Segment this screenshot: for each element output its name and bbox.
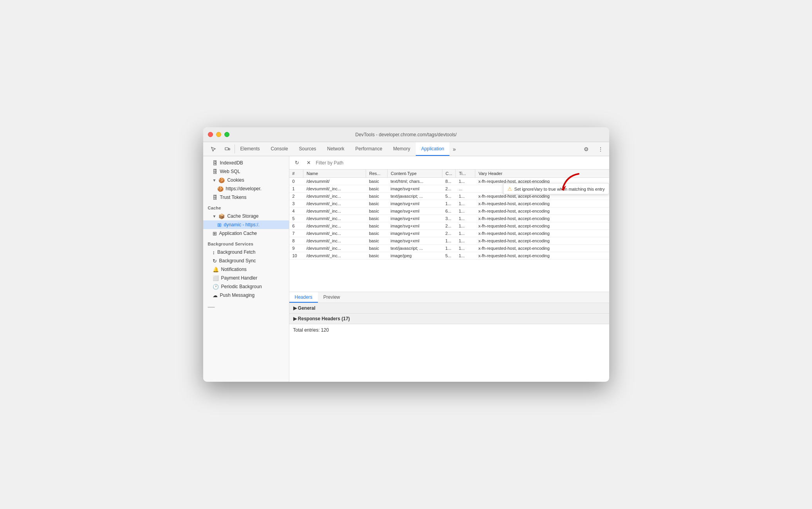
- table-cell: 1...: [456, 200, 475, 208]
- payment-handler-icon: ⬜: [213, 275, 219, 281]
- sidebar-item-trust-tokens[interactable]: 🗄 Trust Tokens: [203, 193, 289, 202]
- table-cell: 8: [289, 237, 303, 245]
- table-row[interactable]: 6/devsummit/_inc...basicimage/svg+xml2..…: [289, 222, 609, 230]
- table-row[interactable]: 7/devsummit/_inc...basicimage/svg+xml2..…: [289, 230, 609, 237]
- bg-section-label: Background Services: [203, 238, 289, 248]
- tab-headers[interactable]: Headers: [289, 292, 318, 303]
- general-section[interactable]: ▶ General: [289, 303, 609, 314]
- tab-preview[interactable]: Preview: [318, 292, 346, 303]
- expand-arrow-cache: ▼: [213, 214, 217, 218]
- bottom-tabs: Headers Preview: [289, 292, 609, 303]
- refresh-button[interactable]: ↻: [292, 158, 302, 168]
- minimize-button[interactable]: [216, 132, 221, 137]
- table-cell: /devsummit/_inc...: [303, 252, 366, 260]
- sidebar-item-notifications[interactable]: 🔔 Notifications: [203, 265, 289, 274]
- table-cell: 2...: [442, 222, 456, 230]
- table-cell: 1...: [456, 230, 475, 237]
- table-cell: /devsummit/_inc...: [303, 185, 366, 193]
- more-options-button[interactable]: ⋮: [595, 144, 606, 155]
- tab-application[interactable]: Application: [416, 142, 450, 156]
- sidebar-item-bg-sync[interactable]: ↻ Background Sync: [203, 256, 289, 265]
- table-cell: basic: [366, 185, 388, 193]
- table-cell: basic: [366, 245, 388, 252]
- titlebar: DevTools - developer.chrome.com/tags/dev…: [203, 127, 609, 142]
- tab-performance[interactable]: Performance: [350, 142, 388, 156]
- table-cell: 1...: [456, 215, 475, 222]
- table-cell: 1...: [442, 245, 456, 252]
- table-cell: ...: [456, 185, 475, 193]
- response-headers-section[interactable]: ▶ Response Headers (17): [289, 314, 609, 324]
- table-cell: basic: [366, 215, 388, 222]
- cache-storage-icon: 📦: [218, 213, 225, 219]
- table-cell: basic: [366, 178, 388, 185]
- sidebar-item-push-messaging[interactable]: ☁ Push Messaging: [203, 291, 289, 300]
- sidebar-item-dynamic[interactable]: ⊞ dynamic - https:/.: [203, 220, 289, 229]
- periodic-bg-icon: 🕐: [213, 284, 219, 290]
- table-cell: basic: [366, 230, 388, 237]
- app-cache-icon: ⊞: [213, 231, 217, 236]
- clear-button[interactable]: ✕: [304, 158, 314, 168]
- cursor-tool-button[interactable]: [206, 142, 220, 156]
- table-cell: image/svg+xml: [388, 237, 442, 245]
- sidebar-item-cookies-https[interactable]: 🍪 https://developer.: [203, 184, 289, 193]
- total-entries: Total entries: 120: [289, 324, 609, 336]
- col-res: Res...: [366, 170, 388, 178]
- sidebar-item-websql[interactable]: 🗄 Web SQL: [203, 167, 289, 176]
- table-row[interactable]: 1/devsummit/_inc...basicimage/svg+xml2..…: [289, 185, 609, 193]
- table-row[interactable]: 9/devsummit/_inc...basictext/javascript;…: [289, 245, 609, 252]
- sidebar-item-payment-handler[interactable]: ⬜ Payment Handler: [203, 274, 289, 282]
- tab-network[interactable]: Network: [322, 142, 350, 156]
- cookies-icon: 🍪: [218, 177, 225, 183]
- tab-elements[interactable]: Elements: [235, 142, 265, 156]
- close-button[interactable]: [208, 132, 213, 137]
- table-cell: /devsummit/_inc...: [303, 200, 366, 208]
- cookie-icon-https: 🍪: [217, 186, 224, 192]
- table-row[interactable]: 10/devsummit/_inc...basicimage/jpeg5...1…: [289, 252, 609, 260]
- table-cell: ⚠Set ignoreVary to true when matching th…: [475, 185, 609, 193]
- sidebar-item-cache-storage[interactable]: ▼ 📦 Cache Storage: [203, 212, 289, 220]
- table-cell: x-fh-requested-host, accept-encoding: [475, 222, 609, 230]
- table-cell: 10: [289, 252, 303, 260]
- tab-console[interactable]: Console: [265, 142, 294, 156]
- table-row[interactable]: 3/devsummit/_inc...basicimage/svg+xml1..…: [289, 200, 609, 208]
- col-ti: Ti...: [456, 170, 475, 178]
- bg-fetch-icon: ↕: [213, 249, 215, 255]
- cache-table: # Name Res... Content-Type C... Ti... Va…: [289, 170, 609, 260]
- table-cell: 5...: [442, 252, 456, 260]
- table-cell: x-fh-requested-host, accept-encoding: [475, 200, 609, 208]
- window-title: DevTools - developer.chrome.com/tags/dev…: [355, 132, 457, 137]
- table-row[interactable]: 4/devsummit/_inc...basicimage/svg+xml6..…: [289, 208, 609, 215]
- database-icon: 🗄: [213, 160, 218, 166]
- main-content: 🗄 IndexedDB 🗄 Web SQL ▼ 🍪 Cookies 🍪 http…: [203, 156, 609, 382]
- more-tabs-button[interactable]: »: [449, 142, 459, 156]
- settings-button[interactable]: ⚙: [581, 144, 592, 155]
- table-cell: 7: [289, 230, 303, 237]
- table-cell: text/html; chars...: [388, 178, 442, 185]
- table-row[interactable]: 8/devsummit/_inc...basicimage/svg+xml1..…: [289, 237, 609, 245]
- table-cell: 1...: [456, 237, 475, 245]
- table-cell: 1...: [442, 200, 456, 208]
- expand-arrow-cookies: ▼: [213, 178, 217, 182]
- table-cell: x-fh-requested-host, accept-encoding: [475, 245, 609, 252]
- notifications-icon: 🔔: [213, 267, 219, 273]
- table-cell: x-fh-requested-host, accept-encoding: [475, 230, 609, 237]
- sidebar-collapse-button[interactable]: —: [208, 303, 284, 311]
- cache-section-label: Cache: [203, 202, 289, 212]
- table-cell: /devsummit/_inc...: [303, 215, 366, 222]
- table-cell: 1...: [456, 222, 475, 230]
- maximize-button[interactable]: [224, 132, 229, 137]
- sidebar-item-bg-fetch[interactable]: ↕ Background Fetch: [203, 248, 289, 256]
- table-row[interactable]: 5/devsummit/_inc...basicimage/svg+xml3..…: [289, 215, 609, 222]
- table-cell: basic: [366, 200, 388, 208]
- sidebar-item-cookies[interactable]: ▼ 🍪 Cookies: [203, 176, 289, 184]
- svg-rect-1: [229, 148, 230, 150]
- tab-memory[interactable]: Memory: [388, 142, 415, 156]
- sidebar-item-application-cache[interactable]: ⊞ Application Cache: [203, 229, 289, 238]
- device-toolbar-button[interactable]: [220, 142, 235, 156]
- table-cell: 2: [289, 193, 303, 200]
- sidebar-item-periodic-bg[interactable]: 🕐 Periodic Backgroun: [203, 282, 289, 291]
- tab-sources[interactable]: Sources: [294, 142, 322, 156]
- table-cell: /devsummit/_inc...: [303, 245, 366, 252]
- filter-input[interactable]: [316, 160, 606, 166]
- sidebar-item-indexeddb[interactable]: 🗄 IndexedDB: [203, 159, 289, 167]
